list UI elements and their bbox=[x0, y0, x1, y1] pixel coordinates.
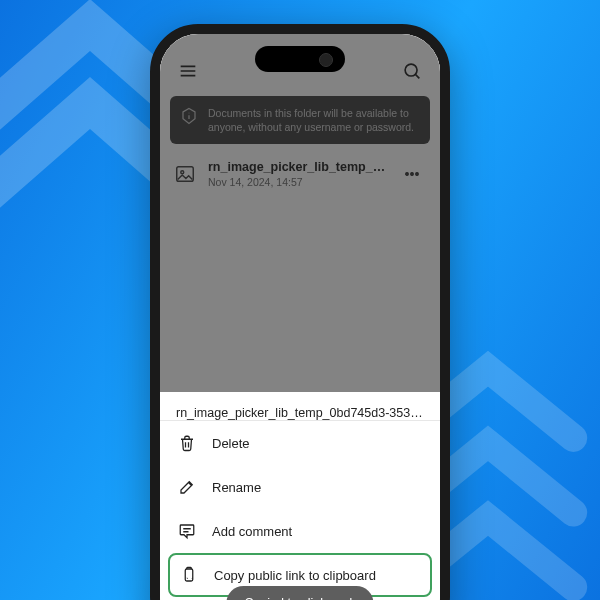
banner-text: Documents in this folder will be availab… bbox=[208, 106, 420, 134]
trash-icon bbox=[178, 434, 196, 452]
menu-label: Rename bbox=[212, 480, 261, 495]
file-name: rn_image_picker_lib_temp_0bd7… bbox=[208, 160, 386, 174]
file-more-icon[interactable] bbox=[398, 160, 426, 188]
phone-frame: Documents in this folder will be availab… bbox=[150, 24, 450, 600]
menu-label: Delete bbox=[212, 436, 250, 451]
clipboard-icon bbox=[180, 566, 198, 584]
public-folder-banner: Documents in this folder will be availab… bbox=[170, 96, 430, 144]
toast-text: Copied to clipboard. bbox=[244, 596, 355, 600]
svg-rect-7 bbox=[185, 569, 193, 581]
file-date: Nov 14, 2024, 14:57 bbox=[208, 176, 386, 188]
menu-item-rename[interactable]: Rename bbox=[160, 465, 440, 509]
svg-point-6 bbox=[416, 173, 418, 175]
image-file-icon bbox=[174, 163, 196, 185]
menu-label: Copy public link to clipboard bbox=[214, 568, 376, 583]
pencil-icon bbox=[178, 478, 196, 496]
sheet-title: rn_image_picker_lib_temp_0bd745d3-353d-4… bbox=[160, 392, 440, 421]
menu-item-add-comment[interactable]: Add comment bbox=[160, 509, 440, 553]
toast-copied: Copied to clipboard. bbox=[226, 586, 373, 600]
dynamic-island bbox=[255, 46, 345, 72]
svg-point-0 bbox=[405, 64, 417, 76]
menu-item-delete[interactable]: Delete bbox=[160, 421, 440, 465]
comment-icon bbox=[178, 522, 196, 540]
svg-point-3 bbox=[181, 171, 184, 174]
menu-label: Add comment bbox=[212, 524, 292, 539]
svg-point-1 bbox=[189, 113, 190, 114]
file-list-item[interactable]: rn_image_picker_lib_temp_0bd7… Nov 14, 2… bbox=[160, 150, 440, 198]
empty-area bbox=[160, 198, 440, 348]
svg-point-5 bbox=[411, 173, 413, 175]
search-icon[interactable] bbox=[398, 57, 426, 85]
info-hexagon-icon bbox=[180, 107, 198, 125]
action-sheet: rn_image_picker_lib_temp_0bd745d3-353d-4… bbox=[160, 392, 440, 600]
hamburger-menu-icon[interactable] bbox=[174, 57, 202, 85]
app-screen: Documents in this folder will be availab… bbox=[160, 34, 440, 600]
svg-rect-2 bbox=[177, 167, 194, 182]
svg-point-4 bbox=[406, 173, 408, 175]
